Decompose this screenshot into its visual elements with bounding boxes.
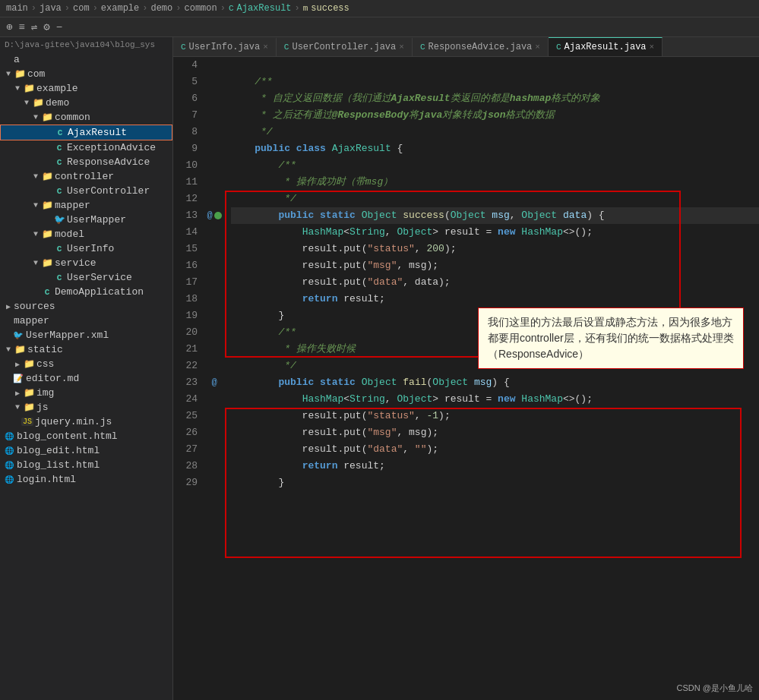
tab-ajaxresult[interactable]: C AjaxResult.java ×	[549, 37, 663, 56]
folder-icon-example: 📁	[23, 83, 35, 94]
close-icon-responseadvice[interactable]: ×	[535, 43, 540, 52]
toolbar-swap-icon[interactable]: ⇌	[31, 20, 37, 33]
gutter-cell-8	[204, 124, 225, 140]
tooltip-text: 我们这里的方法最后设置成静态方法，因为很多地方都要用controller层，还有…	[488, 316, 734, 360]
breadcrumb: main › java › com › example › demo › com…	[0, 0, 759, 17]
toolbar-minus-icon[interactable]: −	[56, 21, 62, 33]
arrow-common: ▼	[30, 113, 41, 121]
editor-area[interactable]: 4 5 6 7 8 9 10 11 12 13 14 15 16 17 18 1…	[173, 57, 759, 700]
sidebar-item-demoapplication[interactable]: C DemoApplication	[0, 285, 172, 299]
bc-demo[interactable]: demo	[150, 3, 172, 14]
gutter-cell-13: @	[204, 207, 225, 224]
watermark-text: CSDN @是小鱼儿哈	[677, 683, 753, 692]
sidebar-item-common[interactable]: ▼ 📁 common	[0, 110, 172, 125]
code-lines: /** * 自定义返回数据（我们通过AjaxResult类返回的都是hashma…	[225, 57, 759, 491]
bc-sep7: ›	[295, 3, 300, 14]
comment-12: */	[231, 191, 296, 207]
sidebar-item-responseadvice[interactable]: C ResponseAdvice	[0, 155, 172, 169]
plain-23e: (	[427, 374, 433, 391]
sidebar-item-userservice[interactable]: C UserService	[0, 270, 172, 285]
bc-class-icon: C	[229, 4, 234, 13]
str-data-17: "data"	[367, 274, 403, 291]
sidebar-item-demo[interactable]: ▼ 📁 demo	[0, 96, 172, 110]
code-line-14: HashMap < String , Object > result = new…	[231, 224, 759, 241]
arrow-service: ▼	[30, 259, 41, 267]
sidebar-item-login[interactable]: 🌐 login.html	[0, 472, 172, 487]
plain-13h	[557, 207, 563, 224]
sidebar-item-exceptionadvice[interactable]: C ExceptionAdvice	[0, 140, 172, 155]
kw-static-13: static	[320, 207, 356, 224]
toolbar-collapse-icon[interactable]: ⊕	[6, 20, 12, 33]
toolbar-list-icon[interactable]: ≡	[18, 21, 24, 33]
label-usercontroller: UserController	[67, 185, 150, 197]
bc-sep2: ›	[65, 3, 70, 14]
plain-14e	[516, 224, 522, 241]
bc-com[interactable]: com	[73, 3, 90, 14]
close-icon-ajaxresult[interactable]: ×	[650, 43, 655, 52]
sidebar-item-css[interactable]: ▶ 📁 css	[0, 357, 172, 371]
plain-24c: ,	[385, 391, 397, 408]
comment-7b: 将	[409, 107, 419, 124]
plain-25b: ,	[415, 408, 427, 424]
sidebar-item-static[interactable]: ▼ 📁 static	[0, 342, 172, 357]
gutter-cell-20	[204, 324, 225, 341]
kw-class-9: class	[296, 140, 326, 157]
gutter-cell-16	[204, 257, 225, 274]
close-icon-userinfo[interactable]: ×	[263, 43, 268, 52]
bc-main[interactable]: main	[6, 3, 28, 14]
folder-icon-demo: 📁	[32, 97, 44, 109]
sidebar-item-mapper[interactable]: ▼ 📁 mapper	[0, 198, 172, 213]
tab-label-userinfo: UserInfo.java	[189, 42, 261, 52]
type-object-24: Object	[397, 391, 432, 408]
bc-common[interactable]: common	[184, 3, 217, 14]
sidebar-item-img[interactable]: ▶ 📁 img	[0, 386, 172, 400]
type-object-13b: Object	[451, 207, 486, 224]
bc-example[interactable]: example	[101, 3, 139, 14]
tab-userinfo[interactable]: C UserInfo.java ×	[173, 38, 277, 56]
sidebar-item-userinfo[interactable]: C UserInfo	[0, 241, 172, 256]
bc-method-name[interactable]: success	[311, 3, 349, 14]
sidebar-item-controller[interactable]: ▼ 📁 controller	[0, 169, 172, 184]
sidebar-item-ajaxresult[interactable]: C AjaxResult	[0, 125, 172, 140]
sidebar-item-a[interactable]: a	[0, 52, 172, 67]
sidebar-item-js[interactable]: ▼ 📁 js	[0, 400, 172, 415]
sidebar-item-mapper2[interactable]: mapper	[0, 314, 172, 328]
gutter-cell-29	[204, 475, 225, 491]
toolbar-settings-icon[interactable]: ⚙	[43, 20, 49, 33]
tab-usercontroller[interactable]: C UserController.java ×	[277, 38, 413, 56]
class-icon-exceptionadvice: C	[53, 143, 65, 153]
label-static: static	[27, 344, 63, 355]
bc-sep3: ›	[93, 3, 98, 14]
plain-9b	[290, 140, 296, 157]
editor-wrapper: C UserInfo.java × C UserController.java …	[173, 37, 759, 700]
kw-new-24: new	[498, 391, 515, 408]
sidebar-item-blogedit[interactable]: 🌐 blog_edit.html	[0, 443, 172, 458]
type-object-13: Object	[362, 207, 397, 224]
kw-public-23: public	[278, 374, 314, 391]
sidebar-item-bloglist[interactable]: 🌐 blog_list.html	[0, 458, 172, 472]
sidebar-item-sources[interactable]: ▶ sources	[0, 299, 172, 314]
sidebar-item-blogcontent[interactable]: 🌐 blog_content.html	[0, 429, 172, 443]
sidebar-item-usermapper-xml[interactable]: 🐦 UserMapper.xml	[0, 328, 172, 342]
sidebar-item-jqueryminjs[interactable]: JS jquery.min.js	[0, 415, 172, 429]
arrow-img: ▶	[12, 389, 23, 398]
plain-25a: result.put(	[231, 408, 367, 424]
comment-8: */	[231, 124, 273, 140]
bc-class-name[interactable]: AjaxResult	[237, 3, 292, 14]
comment-10: /**	[231, 157, 296, 174]
sidebar-item-editormd[interactable]: 📝 editor.md	[0, 371, 172, 386]
sidebar-item-service[interactable]: ▼ 📁 service	[0, 256, 172, 270]
gutter-cell-28	[204, 458, 225, 475]
tab-icon-userinfo: C	[181, 43, 186, 52]
sidebar-item-model[interactable]: ▼ 📁 model	[0, 227, 172, 241]
sidebar-item-example[interactable]: ▼ 📁 example	[0, 81, 172, 96]
sidebar-item-com[interactable]: ▼ 📁 com	[0, 67, 172, 81]
str-empty-27: ""	[415, 441, 427, 458]
bc-java[interactable]: java	[40, 3, 62, 14]
sidebar-item-usermapper[interactable]: 🐦 UserMapper	[0, 213, 172, 227]
close-icon-usercontroller[interactable]: ×	[399, 43, 404, 52]
gutter-cell-15	[204, 241, 225, 257]
tab-responseadvice[interactable]: C ResponseAdvice.java ×	[413, 38, 549, 56]
arrow-example: ▼	[12, 84, 23, 93]
sidebar-item-usercontroller[interactable]: C UserController	[0, 184, 172, 198]
